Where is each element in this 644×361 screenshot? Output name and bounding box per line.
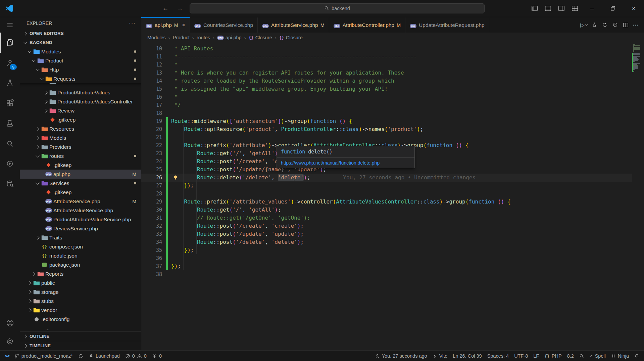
code-line-38[interactable]: 38 xyxy=(141,270,632,278)
breadcrumb-modules-0[interactable]: Modules xyxy=(147,35,166,40)
minimize-button[interactable]: – xyxy=(582,0,602,17)
toggle-sidebar-button[interactable] xyxy=(528,0,541,17)
outline-section[interactable]: OUTLINE xyxy=(20,331,141,341)
tree-item-editorconfig[interactable]: .editorconfig xyxy=(20,315,141,324)
code-line-14[interactable]: 14 * routes are loaded by the RouteServi… xyxy=(141,77,632,85)
menu-icon[interactable] xyxy=(0,17,20,33)
code-line-18[interactable]: 18 xyxy=(141,109,632,117)
split-editor-button[interactable] xyxy=(621,20,630,30)
extensions-icon[interactable] xyxy=(0,93,20,113)
tree-folder-product[interactable]: Product xyxy=(20,56,141,65)
profile-icon[interactable] xyxy=(0,314,20,332)
tree-folder-routes[interactable]: routes xyxy=(20,151,141,161)
code-line-26[interactable]: 26 Route::delete('/delete', 'delete');Yo… xyxy=(141,174,632,182)
close-tab-icon[interactable]: × xyxy=(182,22,185,29)
forward-arrow-button[interactable]: → xyxy=(175,3,185,13)
restore-button[interactable] xyxy=(602,0,623,17)
tree-item-attributeservice-php[interactable]: phpAttributeService.phpM xyxy=(20,197,141,206)
code-editor[interactable]: 10 * API Routes11 *---------------------… xyxy=(141,43,632,350)
code-line-15[interactable]: 15 * is assigned the "api" middleware gr… xyxy=(141,85,632,93)
run-profile-button[interactable] xyxy=(590,20,599,30)
code-line-21[interactable]: 21 xyxy=(141,133,632,141)
beaker-icon[interactable] xyxy=(0,113,20,133)
breadcrumb-product-1[interactable]: Product xyxy=(173,35,190,40)
tree-folder-vendor[interactable]: vendor xyxy=(20,306,141,315)
tree-folder-reports[interactable]: Reports xyxy=(20,269,141,278)
code-line-30[interactable]: 30 Route::get('/', 'getAll'); xyxy=(141,206,632,214)
tree-folder-storage[interactable]: storage xyxy=(20,287,141,297)
code-line-28[interactable]: 28 xyxy=(141,190,632,198)
tree-folder-providers[interactable]: Providers xyxy=(20,142,141,151)
status-ports[interactable]: 0 xyxy=(149,351,164,361)
code-line-13[interactable]: 13 * Here is where you can register API … xyxy=(141,69,632,77)
settings-icon[interactable] xyxy=(0,332,20,350)
breadcrumb-closure-5[interactable]: {}Closure xyxy=(279,35,303,40)
status-spell[interactable]: ✓Spell xyxy=(587,351,608,361)
status-remote[interactable]: >< xyxy=(2,351,12,361)
breadcrumb-api-php-3[interactable]: phpapi.php xyxy=(217,35,242,40)
database-explorer-icon[interactable] xyxy=(0,174,20,194)
tab-attributeservice-php[interactable]: phpAttributeService.phpM xyxy=(258,17,329,33)
hover-doc-link[interactable]: https://www.php.net/manual/function.dele… xyxy=(277,157,414,168)
tree-item-attributevalueservice-php[interactable]: phpAttributeValueService.php xyxy=(20,206,141,215)
breadcrumb-routes-2[interactable]: routes xyxy=(197,35,210,40)
tree-item-reviewservice-php[interactable]: phpReviewService.php xyxy=(20,224,141,233)
coverage-button[interactable] xyxy=(600,20,609,30)
code-line-17[interactable]: 17 */ xyxy=(141,101,632,109)
tab-countriesservice-php[interactable]: phpCountriesService.php xyxy=(190,17,258,33)
status-language-mode[interactable]: {}PHP xyxy=(542,351,564,361)
tree-item-module-json[interactable]: {}module.json xyxy=(20,251,141,260)
code-line-16[interactable]: 16 * xyxy=(141,93,632,101)
tree-folder-review[interactable]: Review xyxy=(20,106,141,115)
tree-folder-attributevaluescontroller[interactable]: AttributeValuesController xyxy=(20,83,141,88)
code-line-10[interactable]: 10 * API Routes xyxy=(141,45,632,53)
breadcrumb-closure-4[interactable]: {}Closure xyxy=(249,35,272,40)
code-line-34[interactable]: 34 Route::post('/delete', 'delete'); xyxy=(141,238,632,246)
command-center-search[interactable]: backend xyxy=(190,3,485,13)
code-line-33[interactable]: 33 Route::post('/update', 'update'); xyxy=(141,230,632,238)
status-vite[interactable]: Vite xyxy=(430,351,450,361)
status-encoding[interactable]: UTF-8 xyxy=(511,351,531,361)
status-notifications[interactable] xyxy=(632,351,642,361)
code-line-35[interactable]: 35 }); xyxy=(141,246,632,254)
tree-item-composer-json[interactable]: {}composer.json xyxy=(20,242,141,251)
tab-attributecontroller-php[interactable]: phpAttributeController.phpM xyxy=(329,17,405,33)
tree-item-package-json[interactable]: package.json xyxy=(20,260,141,269)
tree-folder-stubs[interactable]: stubs xyxy=(20,297,141,306)
status-git-branch[interactable]: product_module_moaz* xyxy=(12,351,76,361)
accounts-icon[interactable]: 5 xyxy=(0,53,20,73)
status-zoom[interactable] xyxy=(577,351,587,361)
tree-item-productattributevalueservice-php[interactable]: phpProductAttributeValueService.php xyxy=(20,215,141,224)
code-line-19[interactable]: 19Route::middleware(['auth:sanctum'])->g… xyxy=(141,117,632,125)
customize-layout-button[interactable] xyxy=(568,0,582,17)
status-git-blame[interactable]: You, 27 seconds ago xyxy=(372,351,430,361)
tree-folder-http[interactable]: Http xyxy=(20,65,141,74)
explorer-more-actions-icon[interactable]: ··· xyxy=(129,20,136,27)
code-line-32[interactable]: 32 Route::post('/create', 'create'); xyxy=(141,222,632,230)
tree-folder-productattributevalues[interactable]: ProductAttributeValues xyxy=(20,88,141,97)
tree-item-gitkeep[interactable]: .gitkeep xyxy=(20,188,141,197)
search-icon[interactable] xyxy=(0,133,20,153)
code-line-36[interactable]: 36 xyxy=(141,254,632,262)
code-line-12[interactable]: 12 * xyxy=(141,61,632,69)
code-line-37[interactable]: 37}); xyxy=(141,262,632,270)
status-cursor-position[interactable]: Ln 26, Col 39 xyxy=(450,351,484,361)
tree-item-gitkeep[interactable]: .gitkeep xyxy=(20,161,141,170)
status-eol[interactable]: LF xyxy=(531,351,542,361)
code-line-29[interactable]: 29 Route::prefix('/attribute_values')->c… xyxy=(141,198,632,206)
tree-folder-services[interactable]: Services xyxy=(20,179,141,188)
tab-updateattributerequest-php[interactable]: phpUpdateAttributeRequest.php xyxy=(405,17,489,33)
tree-folder-productattributevaluescontroller[interactable]: ProductAttributeValuesController xyxy=(20,97,141,106)
more-actions-button[interactable]: ··· xyxy=(631,20,641,30)
status-indentation[interactable]: Spaces: 4 xyxy=(485,351,512,361)
open-editors-section[interactable]: OPEN EDITORS xyxy=(20,29,141,38)
status-php-version[interactable]: 8.2 xyxy=(564,351,577,361)
close-button[interactable]: × xyxy=(623,0,644,17)
root-folder-section[interactable]: BACKEND xyxy=(20,38,141,47)
run-all-button[interactable] xyxy=(610,20,620,30)
status-sync-changes[interactable] xyxy=(76,351,86,361)
code-line-27[interactable]: 27 }); xyxy=(141,182,632,190)
run-code-button[interactable]: ▷ xyxy=(579,20,589,30)
code-line-11[interactable]: 11 *------------------------------------… xyxy=(141,53,632,61)
tree-folder-modules[interactable]: Modules xyxy=(20,47,141,56)
